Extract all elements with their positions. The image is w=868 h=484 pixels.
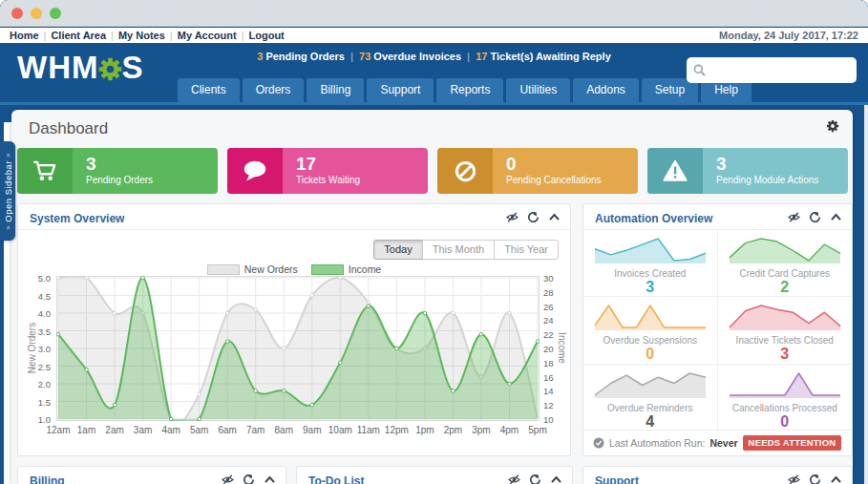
x-axis-labels: 12am1am2am3am4am5am6am7am8am9am10am11am1… [56,425,540,437]
invoices-created-tile: Invoices Created 3 [583,230,718,297]
tab-billing[interactable]: Billing [307,78,364,102]
tile-value: 0 [583,346,717,363]
admin-menu: Home|Client Area|My Notes|My Account|Log… [10,28,285,43]
tab-addons[interactable]: Addons [573,78,639,102]
window-right-edge [864,105,868,484]
tickets-awaiting-count: 17 [476,51,487,62]
refresh-panel-icon[interactable] [809,212,821,222]
overdue-reminders-sparkline [593,369,708,400]
tile-label: Overdue Reminders [583,403,717,413]
overdue-invoices-alert[interactable]: 73 Overdue Invoices [359,51,461,62]
pending-orders-count: 3 [257,51,263,62]
refresh-panel-icon[interactable] [809,474,821,484]
support-panel: Support [582,466,853,484]
stat-label: Pending Module Actions [716,175,848,185]
legend-swatch-new-orders [207,264,240,275]
panel-header: Billing [18,467,286,484]
billing-panel: Billing [17,466,286,484]
alert-separator: | [461,51,476,62]
panel-title: Automation Overview [595,212,712,225]
last-run-value: Never [709,437,737,449]
close-window-icon[interactable] [11,8,23,19]
cancellations-processed-tile: Cancellations Processed 0 [718,365,853,431]
refresh-panel-icon[interactable] [527,212,540,222]
menu-item-home[interactable]: Home [10,30,39,41]
collapse-panel-icon[interactable] [548,212,561,222]
panel-title: System Overview [30,212,124,225]
refresh-panel-icon[interactable] [529,474,541,484]
hide-panel-icon[interactable] [788,474,800,484]
speech-bubble-icon [227,148,283,194]
menu-item-my-account[interactable]: My Account [178,30,237,41]
header-search [687,57,857,83]
chevron-icon: » [4,224,12,229]
panel-title: Support [595,474,639,484]
overdue-invoices-count: 73 [359,51,370,62]
pending-orders-alert[interactable]: 3 Pending Orders [257,51,345,62]
current-datetime: Monday, 24 July 2017, 17:22 [719,28,858,43]
minimize-window-icon[interactable] [31,8,42,19]
menu-item-logout[interactable]: Logout [249,30,285,41]
panel-header: System Overview [18,204,570,230]
inactive-tickets-closed-tile: Inactive Tickets Closed 3 [718,297,853,364]
cancellations-processed-sparkline [728,369,842,400]
collapse-panel-icon[interactable] [830,474,842,484]
hide-panel-icon[interactable] [506,212,519,222]
search-input[interactable] [709,58,851,81]
system-overview-panel: System Overview Today This Month This Ye… [17,203,571,456]
needs-attention-badge: NEEDS ATTENTION [743,435,842,451]
range-today-button[interactable]: Today [373,240,422,260]
tab-utilities[interactable]: Utilities [506,78,570,102]
menu-separator: | [106,30,118,41]
tab-support[interactable]: Support [367,78,434,102]
refresh-panel-icon[interactable] [243,474,255,484]
window-titlebar [0,0,868,27]
open-sidebar-tab[interactable]: » Open Sidebar » [0,141,15,241]
collapse-panel-icon[interactable] [830,212,842,222]
legend-label: New Orders [244,263,298,275]
menu-item-my-notes[interactable]: My Notes [118,30,165,41]
dashboard-settings-gear-icon[interactable] [826,119,839,137]
tile-label: Cancellations Processed [718,403,853,413]
tile-value: 0 [718,413,853,431]
tab-clients[interactable]: Clients [178,78,240,102]
inactive-tickets-closed-sparkline [728,302,842,332]
collapse-panel-icon[interactable] [264,474,276,484]
collapse-panel-icon[interactable] [550,474,562,484]
pending-orders-label: Pending Orders [265,51,345,62]
overdue-suspensions-sparkline [593,302,708,332]
tab-reports[interactable]: Reports [436,78,503,102]
stat-label: Pending Orders [86,175,218,185]
no-entry-icon [437,148,493,194]
right-axis-ticks: 3028262422201816141210 [543,276,568,421]
tile-value: 4 [583,413,717,431]
cart-icon [17,148,73,194]
hide-panel-icon[interactable] [222,474,234,484]
system-overview-chart [56,276,540,421]
pending-cancellations-card[interactable]: 0Pending Cancellations [437,148,638,194]
pending-orders-card[interactable]: 3Pending Orders [17,148,218,194]
tickets-awaiting-alert[interactable]: 17 Ticket(s) Awaiting Reply [476,51,611,62]
chart-legend: New Orders Income [18,263,570,275]
menu-separator: | [39,30,52,41]
automation-tiles: Invoices Created 3 Credit Card Captures … [583,230,852,431]
zoom-window-icon[interactable] [50,8,61,19]
legend-new-orders: New Orders [207,263,298,275]
alert-separator: | [345,51,359,62]
dashboard-content: Dashboard 3Pending Orders [11,110,853,484]
hide-panel-icon[interactable] [508,474,520,484]
range-this-year-button[interactable]: This Year [494,240,559,260]
menu-item-client-area[interactable]: Client Area [51,30,106,41]
menu-separator: | [237,30,249,41]
pending-module-actions-card[interactable]: 3Pending Module Actions [647,148,848,194]
credit-card-captures-tile: Credit Card Captures 2 [718,230,853,297]
invoices-created-sparkline [593,235,708,265]
tile-value: 2 [718,279,853,296]
last-automation-run: Last Automation Run: Never NEEDS ATTENTI… [583,430,852,455]
panel-title: To-Do List [308,474,364,484]
range-this-month-button[interactable]: This Month [422,240,495,260]
hide-panel-icon[interactable] [788,212,800,222]
tickets-waiting-card[interactable]: 17Tickets Waiting [227,148,428,194]
tab-orders[interactable]: Orders [243,78,305,102]
panel-header: To-Do List [297,467,572,484]
